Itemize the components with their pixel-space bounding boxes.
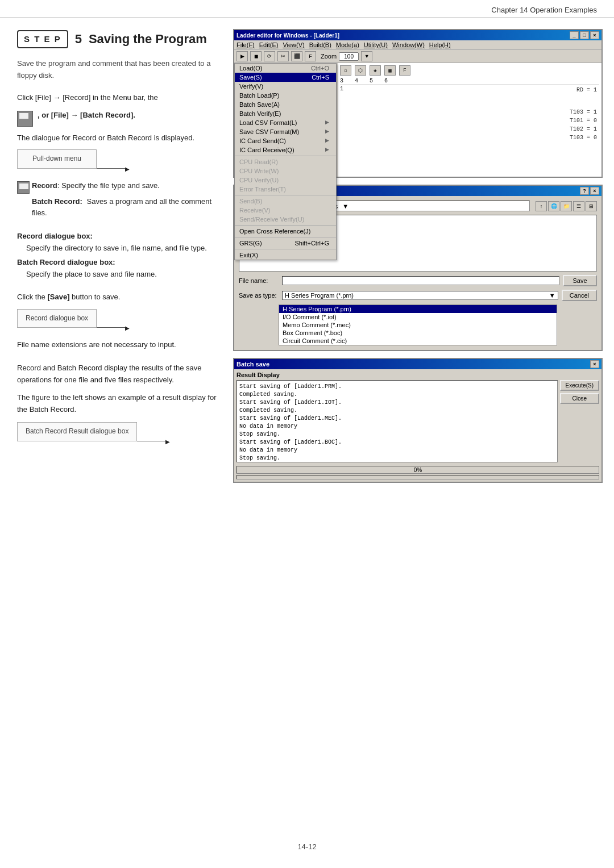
icon1[interactable]: ⌂ <box>340 65 351 76</box>
type-mec[interactable]: Memo Comment (*.mec) <box>279 321 557 329</box>
save-type-dropdown[interactable]: H Series Program (*.prn) ▼ <box>282 291 558 300</box>
type-prn[interactable]: H Series Program (*.prn) <box>279 305 557 313</box>
file-type-list: H Series Program (*.prn) I/O Comment (*.… <box>279 304 557 345</box>
minimize-btn[interactable]: _ <box>570 31 579 39</box>
result-line-4: Completed saving. <box>239 407 555 415</box>
progress-track <box>237 475 599 479</box>
progress-label: 0% <box>414 466 422 474</box>
menu-batch-save[interactable]: Batch Save(A) <box>235 100 336 109</box>
batch-close-btn[interactable]: × <box>590 360 599 368</box>
batch-save-dialog: Batch save × Result Display Start saving… <box>233 358 603 483</box>
icon5[interactable]: F <box>399 65 410 76</box>
floppy-icon-small <box>17 181 30 194</box>
progress-section: 0% <box>237 466 599 479</box>
ladder-toolbar-row: ⌂ ⬡ ◈ ▦ F <box>340 65 599 76</box>
file-dropdown-menu: Load(O)Ctrl+O Save(S)Ctrl+S Verify(V) Ba… <box>234 63 337 260</box>
progress-bar: 0% <box>237 466 599 474</box>
menu-batch-verify[interactable]: Batch Verify(E) <box>235 109 336 118</box>
annotation-pulldown-box: Pull-down menu <box>17 149 97 168</box>
file-name-input[interactable] <box>282 276 559 285</box>
coil-t103-1: T103 = 1 <box>340 108 599 116</box>
pulldown-annotation: Pull-down menu ▶ <box>17 149 222 168</box>
menu-batch-load[interactable]: Batch Load(P) <box>235 91 336 100</box>
type-dropdown-arrow[interactable]: ▼ <box>549 292 555 299</box>
icon2[interactable]: ⬡ <box>355 65 366 76</box>
save-help-btn[interactable]: ? <box>580 187 589 195</box>
step-subtitle: Save the program and comment that has be… <box>17 58 222 82</box>
zoom-input[interactable] <box>339 52 359 61</box>
menu-exit[interactable]: Exit(X) <box>235 251 336 260</box>
menu-ic-send[interactable]: IC Card Send(C)▶ <box>235 136 336 145</box>
menu-utility[interactable]: Utility(U) <box>364 41 388 48</box>
icon4[interactable]: ▦ <box>384 65 396 76</box>
menu-help[interactable]: Help(H) <box>429 41 451 48</box>
result-note-2: The figure to the left shows an example … <box>17 392 222 416</box>
menu-edit[interactable]: Edit(E) <box>259 41 279 48</box>
left-column: S T E P 5 Saving the Program Save the pr… <box>17 29 222 483</box>
menu-ic-receive[interactable]: IC Card Receive(Q)▶ <box>235 145 336 155</box>
col3: 3 <box>340 78 343 84</box>
step-title: Saving the Program <box>89 29 207 49</box>
rung1: 1 RD = 1 <box>340 86 599 94</box>
rung2-values: T103 = 1 T101 = 0 T102 = 1 T103 = 0 <box>340 108 599 142</box>
page-header: Chapter 14 Operation Examples <box>0 0 614 18</box>
menu-cross-ref[interactable]: Open Cross Reference(J) <box>235 227 336 236</box>
tb-btn-1[interactable]: ▶ <box>237 51 248 61</box>
ladder-number-row: 3 4 5 6 <box>340 78 599 85</box>
file-menu-container: Load(O)Ctrl+O Save(S)Ctrl+S Verify(V) Ba… <box>234 63 601 177</box>
menu-verify[interactable]: Verify(V) <box>235 82 336 91</box>
menu-save[interactable]: Save(S)Ctrl+S <box>235 73 336 82</box>
menu-load-csv[interactable]: Load CSV Format(L)▶ <box>235 118 336 127</box>
result-line-1: Start saving of [Ladder1.PRM]. <box>239 383 555 391</box>
menu-mode[interactable]: Mode(a) <box>336 41 359 48</box>
web-btn[interactable]: 🌐 <box>548 201 559 211</box>
tb-btn-2[interactable]: ◼ <box>250 51 262 61</box>
cancel-button[interactable]: Cancel <box>562 290 597 301</box>
result-line-6: No data in memory <box>239 423 555 431</box>
execute-btn[interactable]: Execute(S) <box>560 380 599 391</box>
ladder-editor-window: Ladder editor for Windows - [Ladder1] _ … <box>233 29 603 178</box>
save-button[interactable]: Save <box>563 275 597 286</box>
file-name-row: File name: Save <box>239 275 597 286</box>
menu-view[interactable]: View(V) <box>283 41 304 48</box>
type-iot[interactable]: I/O Comment (*.iot) <box>279 313 557 321</box>
folder-dropdown-arrow[interactable]: ▼ <box>342 203 349 210</box>
new-folder-btn[interactable]: 📁 <box>561 201 572 211</box>
tb-btn-4[interactable]: ✂ <box>277 51 289 61</box>
menu-grs[interactable]: GRS(G)Shift+Ctrl+G <box>235 239 336 248</box>
tb-btn-3[interactable]: ⟳ <box>264 51 275 61</box>
menu-cpu-write: CPU Write(W) <box>235 166 336 176</box>
type-boc[interactable]: Box Comment (*.boc) <box>279 329 557 337</box>
maximize-btn[interactable]: □ <box>580 31 589 39</box>
detail-view-btn[interactable]: ⊞ <box>586 201 597 211</box>
save-close-btn[interactable]: × <box>590 187 599 195</box>
record-dialog-annotation: Record dialogue box ▶ <box>17 309 222 328</box>
menu-build[interactable]: Build(B) <box>309 41 331 48</box>
save-type-selected: H Series Program (*.prn) <box>285 292 354 299</box>
tb-btn-5[interactable]: ⬛ <box>291 51 302 61</box>
up-folder-btn[interactable]: ↑ <box>536 201 547 211</box>
ladder-title: Ladder editor for Windows - [Ladder1] <box>237 32 339 39</box>
menu-file[interactable]: File(F) <box>237 41 255 48</box>
close-btn[interactable]: × <box>590 31 599 39</box>
record-label-text: Record: Specify the file type and save. … <box>17 180 222 220</box>
annotation-record-box: Record dialogue box <box>17 309 97 328</box>
step-heading: S T E P 5 Saving the Program <box>17 29 222 49</box>
menu-receive: Receive(V) <box>235 206 336 215</box>
tb-btn-6[interactable]: F <box>305 51 316 61</box>
col5: 5 <box>370 78 373 84</box>
save-as-type-section: Save as type: H Series Program (*.prn) ▼… <box>239 290 597 345</box>
icon3[interactable]: ◈ <box>370 65 381 76</box>
result-line-9: No data in memory <box>239 446 555 454</box>
ladder-titlebar: Ladder editor for Windows - [Ladder1] _ … <box>234 30 601 40</box>
batch-close-button[interactable]: Close <box>560 393 599 404</box>
menu-window[interactable]: Window(W) <box>392 41 425 48</box>
menu-save-csv[interactable]: Save CSV Format(M)▶ <box>235 127 336 136</box>
batch-body: Result Display Start saving of [Ladder1.… <box>234 369 601 482</box>
type-cic[interactable]: Circuit Comment (*.cic) <box>279 337 557 345</box>
record-dialog-info: Record dialogue box: Specify the directo… <box>17 231 222 280</box>
zoom-dropdown-btn[interactable]: ▼ <box>361 51 372 61</box>
page-number: 14-12 <box>297 842 316 851</box>
menu-load[interactable]: Load(O)Ctrl+O <box>235 64 336 73</box>
list-view-btn[interactable]: ☰ <box>573 201 584 211</box>
